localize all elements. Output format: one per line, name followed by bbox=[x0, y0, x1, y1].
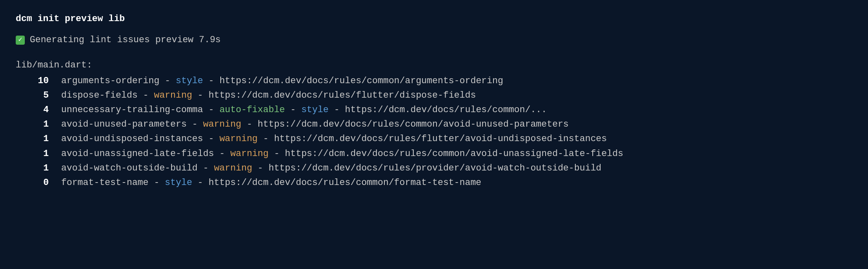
rule-url: https://dcm.dev/docs/rules/common/argume… bbox=[219, 76, 503, 86]
rule-url: https://dcm.dev/docs/rules/common/format… bbox=[208, 178, 481, 188]
issue-content: avoid-unused-parameters - warning - http… bbox=[61, 117, 569, 132]
separator: - bbox=[329, 105, 345, 115]
rule-url: https://dcm.dev/docs/rules/provider/avoi… bbox=[269, 163, 601, 173]
issue-row: 10arguments-ordering - style - https://d… bbox=[16, 74, 852, 88]
issue-row: 1avoid-unassigned-late-fields - warning … bbox=[16, 147, 852, 161]
issue-count: 10 bbox=[28, 74, 49, 88]
tag-warning: warning bbox=[203, 119, 241, 130]
separator: - bbox=[192, 90, 209, 101]
issue-content: avoid-unassigned-late-fields - warning -… bbox=[61, 147, 623, 161]
rule-name: dispose-fields bbox=[61, 90, 138, 101]
issue-content: format-test-name - style - https://dcm.d… bbox=[61, 175, 482, 190]
issue-count: 1 bbox=[28, 132, 49, 146]
rule-url: https://dcm.dev/docs/rules/common/avoid-… bbox=[285, 149, 623, 159]
issue-row: 5dispose-fields - warning - https://dcm.… bbox=[16, 88, 852, 103]
issue-count: 4 bbox=[28, 103, 49, 117]
separator: - bbox=[258, 134, 274, 144]
issue-count: 1 bbox=[28, 147, 49, 161]
issue-count: 1 bbox=[28, 161, 49, 175]
rule-url: https://dcm.dev/docs/rules/common/... bbox=[345, 105, 547, 115]
separator: - bbox=[252, 163, 269, 173]
separator: - bbox=[285, 105, 301, 115]
issue-content: avoid-undisposed-instances - warning - h… bbox=[61, 132, 607, 146]
tag-warning: warning bbox=[154, 90, 192, 101]
issue-row: 0format-test-name - style - https://dcm.… bbox=[16, 175, 852, 190]
separator: - bbox=[214, 149, 231, 159]
rule-url: https://dcm.dev/docs/rules/flutter/avoid… bbox=[274, 134, 607, 144]
tag-warning: warning bbox=[230, 149, 268, 159]
status-text: Generating lint issues preview 7.9s bbox=[30, 33, 221, 47]
separator: - bbox=[160, 76, 176, 86]
separator: - bbox=[203, 76, 219, 86]
file-path: lib/main.dart: bbox=[16, 58, 852, 72]
rule-url: https://dcm.dev/docs/rules/common/avoid-… bbox=[258, 119, 569, 130]
issue-content: dispose-fields - warning - https://dcm.d… bbox=[61, 88, 476, 103]
separator: - bbox=[203, 105, 219, 115]
tag-warning: warning bbox=[219, 134, 258, 144]
issue-content: arguments-ordering - style - https://dcm… bbox=[61, 74, 503, 88]
tag-warning: warning bbox=[214, 163, 252, 173]
tag-style: style bbox=[301, 105, 329, 115]
separator: - bbox=[192, 178, 209, 188]
separator: - bbox=[187, 119, 203, 130]
issue-count: 0 bbox=[28, 175, 49, 190]
separator: - bbox=[269, 149, 285, 159]
issue-row: 1avoid-unused-parameters - warning - htt… bbox=[16, 117, 852, 132]
rule-name: avoid-unused-parameters bbox=[61, 119, 187, 130]
rule-name: unnecessary-trailing-comma bbox=[61, 105, 203, 115]
command-line: dcm init preview lib bbox=[16, 12, 852, 26]
separator: - bbox=[148, 178, 165, 188]
issue-row: 1avoid-undisposed-instances - warning - … bbox=[16, 132, 852, 146]
rule-name: avoid-unassigned-late-fields bbox=[61, 149, 214, 159]
check-icon: ✓ bbox=[16, 36, 25, 45]
separator: - bbox=[203, 134, 219, 144]
issue-row: 1avoid-watch-outside-build - warning - h… bbox=[16, 161, 852, 175]
rule-name: avoid-watch-outside-build bbox=[61, 163, 198, 173]
rule-url: https://dcm.dev/docs/rules/flutter/dispo… bbox=[208, 90, 476, 101]
rule-name: arguments-ordering bbox=[61, 76, 160, 86]
issue-content: avoid-watch-outside-build - warning - ht… bbox=[61, 161, 601, 175]
tag-auto-fixable: auto-fixable bbox=[219, 105, 285, 115]
rule-name: avoid-undisposed-instances bbox=[61, 134, 203, 144]
status-line: ✓ Generating lint issues preview 7.9s bbox=[16, 33, 852, 47]
issue-count: 5 bbox=[28, 88, 49, 103]
issue-content: unnecessary-trailing-comma - auto-fixabl… bbox=[61, 103, 547, 117]
tag-style: style bbox=[176, 76, 203, 86]
separator: - bbox=[198, 163, 214, 173]
issue-row: 4unnecessary-trailing-comma - auto-fixab… bbox=[16, 103, 852, 117]
issue-count: 1 bbox=[28, 117, 49, 132]
issues-list: 10arguments-ordering - style - https://d… bbox=[16, 74, 852, 190]
separator: - bbox=[241, 119, 258, 130]
rule-name: format-test-name bbox=[61, 178, 148, 188]
separator: - bbox=[138, 90, 154, 101]
tag-style: style bbox=[165, 178, 192, 188]
